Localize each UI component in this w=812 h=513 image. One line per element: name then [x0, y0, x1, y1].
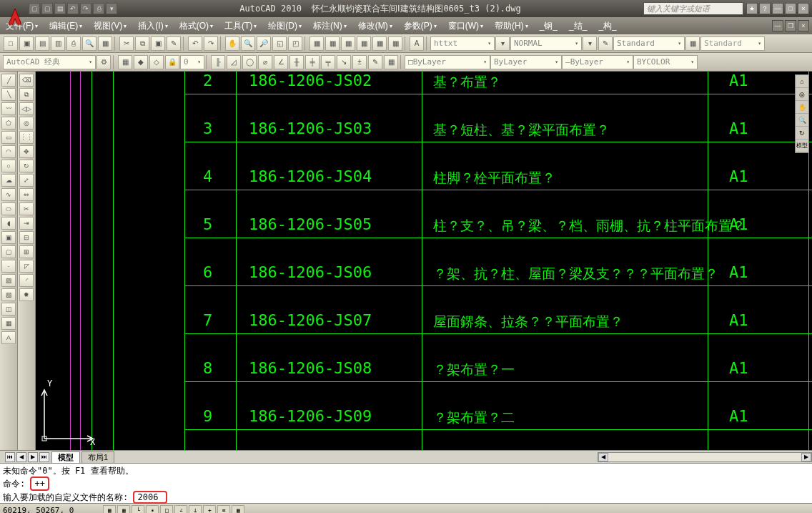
ducs-toggle-icon[interactable]: ⟂	[189, 505, 202, 514]
save-icon[interactable]: ▤	[35, 36, 49, 51]
table-icon[interactable]: ▦	[1, 317, 16, 330]
menu-help[interactable]: 帮助(H)▾	[489, 17, 534, 34]
tab-model[interactable]: 模型	[51, 451, 80, 463]
tool-a-icon[interactable]: A	[410, 36, 424, 51]
dim-ang-icon[interactable]: ∠	[274, 55, 288, 69]
menu-param[interactable]: 参数(P)▾	[398, 17, 442, 34]
help-search-input[interactable]: 键入关键字或短语	[643, 2, 743, 15]
rotate-icon[interactable]: ↻	[19, 160, 34, 172]
qat-redo-icon[interactable]: ↷	[80, 3, 91, 14]
move-icon[interactable]: ✥	[19, 145, 34, 158]
offset-icon[interactable]: ◎	[19, 117, 34, 130]
circle-icon[interactable]: ○	[1, 160, 16, 172]
lock-icon[interactable]: 🔒	[165, 55, 179, 69]
lwt-toggle-icon[interactable]: ≡	[217, 505, 230, 514]
xline-icon[interactable]: ╲	[1, 88, 16, 101]
extend-icon[interactable]: ⇥	[19, 217, 34, 230]
zoom-p-icon[interactable]: ◱	[272, 36, 287, 51]
nav-home-icon[interactable]: ⌂	[796, 75, 808, 88]
workspace-combo[interactable]: AutoCAD 经典▾	[3, 55, 96, 69]
preview-icon[interactable]: 🔍	[82, 36, 96, 51]
zoom-w-icon[interactable]: 🔎	[257, 36, 271, 51]
menu-window[interactable]: 窗口(W)▾	[442, 17, 489, 34]
dim-style-icon[interactable]: ▦	[384, 55, 398, 69]
hscrollbar[interactable]: ◀ ▶	[598, 452, 812, 462]
zoom-r-icon[interactable]: 🔍	[241, 36, 255, 51]
pline-icon[interactable]: 〰	[1, 102, 16, 115]
maximize-icon[interactable]: □	[785, 3, 796, 14]
ortho-toggle-icon[interactable]: └	[132, 505, 144, 514]
region-icon[interactable]: ◫	[1, 303, 16, 316]
zoom-e-icon[interactable]: ◰	[288, 36, 302, 51]
cmd-input[interactable]	[133, 491, 167, 504]
drawing-canvas[interactable]: 2186-1206-JS02基？布置？A13186-1206-JS03基？短柱、…	[36, 72, 812, 450]
stretch-icon[interactable]: ⇔	[19, 188, 34, 201]
nav-orbit-icon[interactable]: ↻	[796, 127, 808, 140]
menu-edit[interactable]: 编辑(E)▾	[44, 17, 88, 34]
paste-icon[interactable]: ▣	[151, 36, 165, 51]
menu-tools[interactable]: 工具(T)▾	[219, 17, 262, 34]
qat-undo-icon[interactable]: ↶	[67, 3, 79, 14]
ssm-icon[interactable]: ▦	[357, 36, 371, 51]
menu-draw[interactable]: 绘图(D)▾	[262, 17, 307, 34]
point-icon[interactable]: ·	[1, 260, 16, 273]
redo-icon[interactable]: ↷	[204, 36, 218, 51]
menu-steel[interactable]: _钢_	[534, 17, 563, 34]
app-logo-icon[interactable]	[3, 6, 27, 26]
dim-edit-icon[interactable]: ✎	[368, 55, 382, 69]
table-style-icon[interactable]: ▦	[685, 36, 700, 51]
polar-toggle-icon[interactable]: ✶	[146, 505, 159, 514]
help-icon[interactable]: ?	[759, 3, 771, 14]
layer-combo[interactable]: □ ByLayer▾	[405, 55, 490, 69]
menu-modify[interactable]: 修改(M)▾	[352, 17, 398, 34]
tab-layout1[interactable]: 布局1	[81, 451, 114, 463]
menu-gou[interactable]: _构_	[593, 17, 622, 34]
chamfer-icon[interactable]: ◸	[19, 260, 34, 273]
dim-base-icon[interactable]: ╪	[305, 55, 320, 69]
ellarc-icon[interactable]: ◖	[1, 217, 16, 230]
lineweight-combo[interactable]: BYCOLOR▾	[633, 55, 698, 69]
markup-icon[interactable]: ▦	[372, 36, 387, 51]
array-icon[interactable]: ⋮⋮	[19, 131, 34, 144]
table-style-combo[interactable]: Standard▾	[700, 36, 765, 51]
layer-states-icon[interactable]: ◆	[134, 55, 148, 69]
trim-icon[interactable]: ✂	[19, 202, 34, 215]
menu-format[interactable]: 格式(O)▾	[174, 17, 219, 34]
nav-zoom-icon[interactable]: 🔍	[796, 114, 808, 127]
dim-pick-icon[interactable]: ▾	[583, 36, 597, 51]
layer-alpha-combo[interactable]: 0▾	[180, 55, 204, 69]
otrack-toggle-icon[interactable]: ∠	[174, 505, 187, 514]
saveas-icon[interactable]: ▥	[51, 36, 65, 51]
dim-tol-icon[interactable]: ±	[352, 55, 367, 69]
text-style-combo[interactable]: Standard▾	[613, 36, 685, 51]
pan-icon[interactable]: ✋	[225, 36, 239, 51]
doc-close-icon[interactable]: ×	[798, 20, 809, 31]
scale-icon[interactable]: ⤢	[19, 174, 34, 187]
qat-more-icon[interactable]: ▾	[106, 3, 117, 14]
erase-icon[interactable]: ⌫	[19, 74, 34, 87]
qat-open-icon[interactable]: ▢	[41, 3, 53, 14]
rect-icon[interactable]: ▭	[1, 131, 16, 144]
fillet-icon[interactable]: ◜	[19, 274, 34, 287]
textstyle-icon[interactable]: ✎	[598, 36, 613, 51]
break-icon[interactable]: ⊟	[19, 231, 34, 244]
undo-icon[interactable]: ↶	[188, 36, 202, 51]
tab-next-icon[interactable]: ▶	[28, 452, 38, 462]
dim-style-combo[interactable]: NORMAL▾	[510, 36, 582, 51]
arc-icon[interactable]: ◠	[1, 145, 16, 158]
dim-cont-icon[interactable]: ╫	[289, 55, 304, 69]
tab-first-icon[interactable]: ⏮	[5, 452, 15, 462]
mirror-icon[interactable]: ◁▷	[19, 102, 34, 115]
plot-icon[interactable]: ⎙	[66, 36, 81, 51]
dim-aligned-icon[interactable]: ◿	[227, 55, 241, 69]
qat-print-icon[interactable]: ⎙	[93, 3, 104, 14]
menu-jie[interactable]: _结_	[563, 17, 593, 34]
tab-last-icon[interactable]: ⏭	[39, 452, 49, 462]
osnap-toggle-icon[interactable]: □	[160, 505, 173, 514]
dim-dia-icon[interactable]: ⌀	[258, 55, 272, 69]
layer-mgr-icon[interactable]: ▦	[118, 55, 132, 69]
ellipse-icon[interactable]: ⬭	[1, 202, 16, 215]
dim-linear-icon[interactable]: ╟	[211, 55, 225, 69]
nav-pan-icon[interactable]: ✋	[796, 101, 808, 114]
snap-toggle-icon[interactable]: ▦	[103, 505, 116, 514]
